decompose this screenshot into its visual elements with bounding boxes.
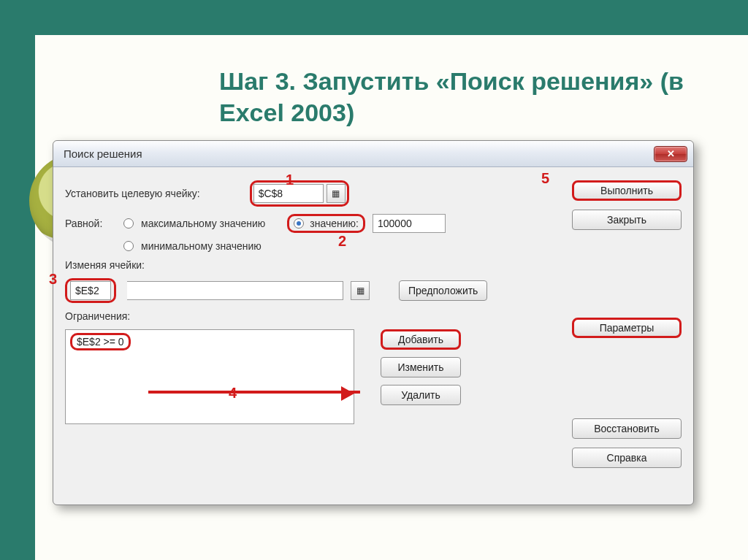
dialog-body: Установить целевую ячейку: ▦ Равной: мак… (53, 167, 693, 445)
label-equal-to: Равной: (65, 218, 116, 229)
dialog-right-column: Выполнить Закрыть Параметры Восстановить… (572, 180, 682, 468)
label-changing-cells: Изменяя ячейки: (65, 259, 145, 271)
annotation-arrow (148, 391, 360, 394)
changing-cells-input-rest[interactable] (127, 281, 343, 300)
label-target-cell: Установить целевую ячейку: (65, 188, 200, 199)
radio-min-label: минимальному значению (141, 240, 262, 252)
solver-dialog: Поиск решения ✕ Установить целевую ячейк… (53, 140, 694, 505)
changing-cells-input-highlighted[interactable] (70, 281, 111, 300)
window-close-button[interactable]: ✕ (654, 146, 687, 162)
value-input[interactable] (373, 214, 446, 233)
help-button[interactable]: Справка (572, 448, 682, 468)
constraints-listbox[interactable]: $E$2 >= 0 (65, 329, 354, 424)
slide-left-bar (0, 35, 35, 560)
radio-value-label: значению: (310, 218, 359, 229)
dialog-titlebar[interactable]: Поиск решения ✕ (53, 141, 693, 167)
reset-button[interactable]: Восстановить (572, 418, 682, 439)
dialog-title-text: Поиск решения (64, 147, 142, 160)
grid-ref-icon: ▦ (332, 188, 340, 199)
solve-button[interactable]: Выполнить (572, 180, 682, 201)
close-icon: ✕ (667, 148, 675, 159)
grid-ref-icon: ▦ (356, 285, 365, 296)
slide-top-bar (0, 0, 748, 35)
label-constraints: Ограничения: (65, 310, 130, 322)
annotation-marker-3: 3 (49, 271, 57, 288)
annotation-marker-5: 5 (541, 170, 549, 187)
options-button[interactable]: Параметры (572, 318, 682, 338)
constraint-item[interactable]: $E$2 >= 0 (70, 333, 131, 350)
annotation-marker-2: 2 (338, 233, 346, 250)
change-constraint-button[interactable]: Изменить (381, 357, 461, 377)
ref-picker-button[interactable]: ▦ (327, 184, 346, 203)
close-button[interactable]: Закрыть (572, 210, 682, 230)
guess-button[interactable]: Предположить (399, 280, 487, 301)
radio-value[interactable] (294, 218, 304, 229)
delete-constraint-button[interactable]: Удалить (381, 385, 461, 405)
slide-title: Шаг 3. Запустить «Поиск решения» (в Exce… (219, 66, 687, 128)
radio-max-label: максимальному значению (141, 218, 265, 229)
radio-max[interactable] (123, 218, 134, 229)
add-constraint-button[interactable]: Добавить (381, 329, 461, 350)
ref-picker-button-2[interactable]: ▦ (351, 281, 370, 300)
annotation-marker-1: 1 (286, 172, 294, 188)
radio-min[interactable] (123, 241, 134, 251)
